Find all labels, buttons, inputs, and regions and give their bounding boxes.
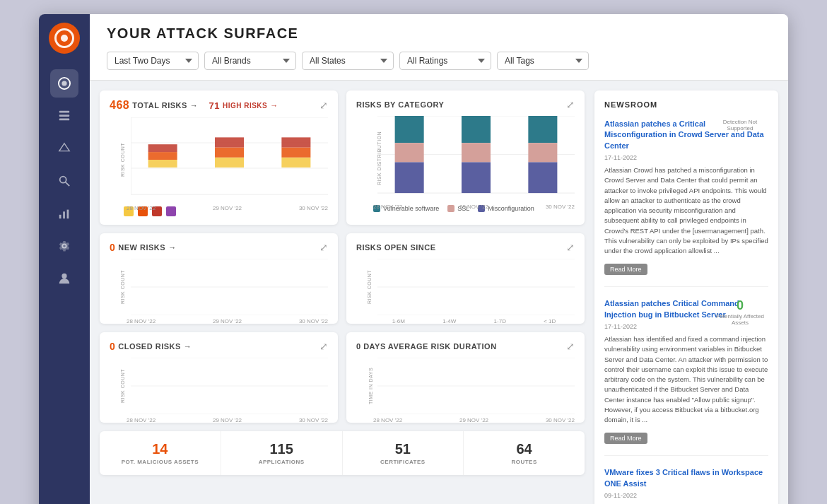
new-risks-title: 0 NEW RISKS → — [110, 242, 177, 253]
content-area: 468 TOTAL RISKS → 71 HIGH RISKS → ⤢ — [90, 81, 788, 504]
svg-rect-24 — [215, 158, 244, 168]
stat-routes-value: 64 — [471, 441, 577, 457]
sidebar-item-chart[interactable] — [50, 199, 78, 228]
middle-charts-row: 0 NEW RISKS → ⤢ RISK COUNT — [100, 233, 585, 324]
svg-rect-25 — [215, 148, 244, 158]
svg-rect-28 — [281, 148, 310, 158]
x-axis-closed-risks: 28 NOV '22 29 NOV '22 30 NOV '22 — [110, 417, 328, 423]
high-risks-count: 71 — [209, 100, 219, 111]
svg-rect-8 — [59, 215, 61, 218]
stat-malicious-value: 14 — [107, 441, 213, 457]
x-axis-avg-duration: 28 NOV '22 29 NOV '22 30 NOV '22 — [356, 417, 575, 423]
stat-certificates-value: 51 — [350, 441, 457, 457]
total-risks-header: 468 TOTAL RISKS → 71 HIGH RISKS → ⤢ — [110, 99, 328, 112]
svg-rect-3 — [59, 115, 69, 117]
news-2-badge-label: Potentially Affected Assets — [712, 313, 768, 326]
avg-risk-duration-title: 0 DAYS AVERAGE RISK DURATION — [356, 342, 497, 351]
left-panel: 468 TOTAL RISKS → 71 HIGH RISKS → ⤢ — [100, 90, 585, 504]
sidebar-item-analytics[interactable] — [50, 69, 78, 98]
sidebar-item-network[interactable] — [50, 134, 78, 163]
expand-category-icon[interactable]: ⤢ — [566, 99, 575, 110]
total-risks-chart: RISK COUNT — [110, 117, 328, 202]
risks-by-category-card: RISKS BY CATEGORY ⤢ RISK DISTRIBUTION — [346, 90, 585, 225]
sidebar-item-table[interactable] — [50, 102, 78, 130]
expand-avg-duration-icon[interactable]: ⤢ — [566, 341, 575, 352]
rating-filter[interactable]: All Ratings — [399, 52, 491, 70]
svg-rect-23 — [148, 144, 177, 152]
svg-rect-29 — [281, 137, 310, 147]
stat-certificates: 51 CERTIFICATES — [343, 431, 464, 475]
stats-row: 14 POT. MALICIOUS ASSETS 115 APPLICATION… — [100, 431, 585, 475]
risks-open-since-card: RISKS OPEN SINCE ⤢ RISK COUNT — [346, 233, 585, 324]
svg-rect-38 — [395, 162, 424, 193]
avg-duration-chart: TIME IN DAYS 28 NOV '22 29 NOV ' — [356, 358, 575, 414]
header: YOUR ATTACK SURFACE Last Two Days All Br… — [90, 14, 788, 81]
closed-risks-count: 0 — [110, 341, 115, 352]
news-1-body: Atlassian Crowd has patched a misconfigu… — [604, 165, 768, 256]
bottom-charts-row: 0 CLOSED RISKS → ⤢ RISK COUNT — [100, 332, 585, 423]
svg-rect-41 — [462, 162, 491, 193]
sidebar-item-user[interactable] — [50, 264, 78, 293]
svg-rect-2 — [59, 111, 69, 113]
risks-open-since-title: RISKS OPEN SINCE — [356, 243, 436, 252]
news-2-badge-value: 0 — [712, 298, 768, 313]
news-1-badge: Detection Not Supported — [712, 119, 768, 131]
expand-total-risks-icon[interactable]: ⤢ — [319, 100, 328, 111]
news-2-body: Atlassian has identified and fixed a com… — [604, 334, 768, 425]
total-risks-count: 468 — [110, 99, 129, 112]
sidebar-item-settings[interactable] — [50, 232, 78, 260]
y-axis-new-risks-label: RISK COUNT — [120, 270, 125, 304]
brand-filter[interactable]: All Brands — [204, 52, 296, 70]
new-risks-count: 0 — [110, 242, 115, 253]
tag-filter[interactable]: All Tags — [497, 52, 589, 70]
svg-point-1 — [61, 81, 66, 86]
svg-rect-39 — [462, 116, 491, 143]
news-2-read-more[interactable]: Read More — [604, 433, 647, 444]
sidebar-item-search[interactable] — [50, 167, 78, 195]
svg-rect-22 — [148, 152, 177, 160]
newsroom-title: NEWSROOM — [604, 100, 768, 109]
new-risks-card: 0 NEW RISKS → ⤢ RISK COUNT — [100, 233, 338, 324]
expand-new-risks-icon[interactable]: ⤢ — [319, 242, 328, 253]
risks-by-category-header: RISKS BY CATEGORY ⤢ — [356, 99, 575, 110]
news-item-2: 0 Potentially Affected Assets Atlassian … — [604, 298, 768, 456]
svg-marker-5 — [59, 143, 69, 151]
news-1-date: 17-11-2022 — [604, 154, 768, 161]
y-axis-label: RISK COUNT — [120, 143, 125, 177]
sidebar — [39, 14, 90, 504]
expand-open-since-icon[interactable]: ⤢ — [566, 242, 575, 253]
avg-risk-duration-header: 0 DAYS AVERAGE RISK DURATION ⤢ — [356, 341, 575, 352]
svg-point-11 — [61, 274, 66, 279]
x-axis-category-dates: 28 NOV '22 29 NOV '22 30 NOV '22 — [356, 204, 575, 210]
closed-risks-title: 0 CLOSED RISKS → — [110, 341, 192, 352]
news-2-badge: 0 Potentially Affected Assets — [712, 298, 768, 326]
stat-routes-label: ROUTES — [471, 459, 577, 465]
right-panel: NEWSROOM Detection Not Supported Atlassi… — [594, 90, 778, 504]
state-filter[interactable]: All States — [302, 52, 394, 70]
time-filter[interactable]: Last Two Days — [107, 52, 199, 70]
svg-rect-37 — [395, 143, 424, 162]
stat-routes: 64 ROUTES — [464, 431, 585, 475]
y-axis-closed-risks-label: RISK COUNT — [120, 369, 125, 403]
y-axis-open-since-label: RISK COUNT — [367, 270, 372, 304]
total-risks-card: 468 TOTAL RISKS → 71 HIGH RISKS → ⤢ — [100, 90, 338, 225]
expand-closed-risks-icon[interactable]: ⤢ — [319, 341, 328, 352]
stat-certificates-label: CERTIFICATES — [350, 459, 457, 465]
risks-by-category-title: RISKS BY CATEGORY — [356, 100, 444, 109]
risks-category-chart: RISK DISTRIBUTION 100% 50% 0% — [356, 116, 575, 201]
stat-malicious: 14 POT. MALICIOUS ASSETS — [100, 431, 221, 475]
svg-rect-43 — [528, 143, 557, 162]
news-1-read-more[interactable]: Read More — [604, 264, 647, 275]
y-axis-duration-label: TIME IN DAYS — [368, 368, 373, 404]
app-logo[interactable] — [49, 23, 80, 54]
total-risks-title: 468 TOTAL RISKS → 71 HIGH RISKS → — [110, 99, 278, 112]
svg-rect-21 — [148, 160, 177, 168]
stat-applications-value: 115 — [228, 441, 335, 457]
closed-risks-card: 0 CLOSED RISKS → ⤢ RISK COUNT — [100, 332, 338, 423]
new-risks-header: 0 NEW RISKS → ⤢ — [110, 242, 328, 253]
x-axis-dates: 28 NOV '22 29 NOV '22 30 NOV '22 — [110, 205, 328, 211]
page-title: YOUR ATTACK SURFACE — [107, 25, 771, 42]
svg-rect-4 — [59, 119, 69, 121]
closed-risks-header: 0 CLOSED RISKS → ⤢ — [110, 341, 328, 352]
news-3-headline[interactable]: VMware fixes 3 Critical flaws in Workspa… — [604, 467, 768, 489]
